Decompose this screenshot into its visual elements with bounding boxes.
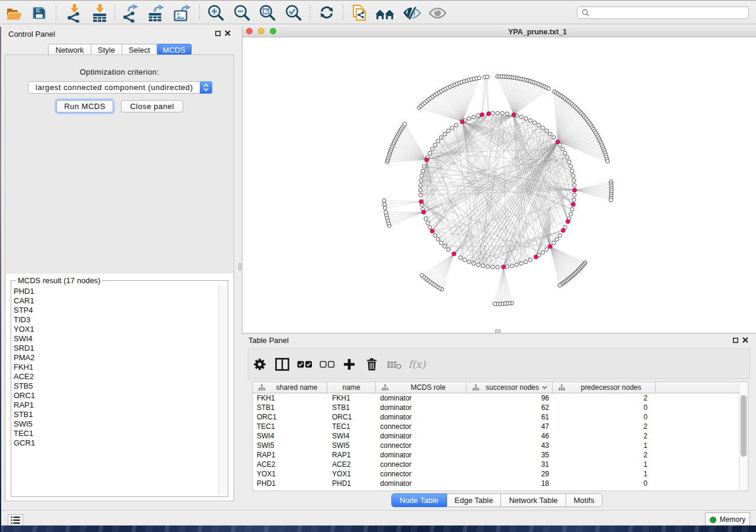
mcds-result-list[interactable]: PHD1CAR1STP4TID3YOX1SWI4SRD1PMA2FKH1ACE2…: [13, 287, 218, 494]
plus-icon: [343, 358, 356, 371]
tab-node-table[interactable]: Node Table: [391, 493, 447, 507]
tab-network-table[interactable]: Network Table: [501, 493, 566, 507]
optimization-criterion-label: Optimization criterion:: [5, 68, 234, 76]
maximize-traffic-light[interactable]: [270, 28, 277, 35]
table-row[interactable]: PHD1PHD1dominator180: [253, 479, 748, 488]
two-houses-icon: [375, 4, 395, 23]
table-row[interactable]: SWI4SWI4dominator462: [253, 431, 748, 441]
zoom-fit-button[interactable]: [257, 2, 278, 23]
hide-details-button[interactable]: [401, 2, 423, 23]
optimization-criterion-dropdown[interactable]: largest connected component (undirected): [28, 81, 212, 94]
tab-style[interactable]: Style: [91, 44, 122, 56]
mcds-result-item[interactable]: SRD1: [13, 344, 218, 353]
zoom-in-button[interactable]: [205, 2, 227, 23]
close-panel-button[interactable]: Close panel: [121, 100, 183, 113]
mcds-result-item[interactable]: TID3: [13, 315, 218, 325]
column-header-predecessor-nodes[interactable]: predecessor nodes: [553, 382, 656, 393]
apply-function-button[interactable]: f(x): [407, 355, 426, 373]
delete-column-button[interactable]: [362, 355, 381, 373]
deselect-all-button[interactable]: [318, 355, 337, 373]
column-header-successor-nodes[interactable]: successor nodes: [467, 382, 553, 393]
table-row[interactable]: STB1STB1dominator620: [253, 403, 748, 412]
open-file-button[interactable]: [3, 2, 24, 23]
tab-motifs[interactable]: Motifs: [566, 493, 603, 507]
network-titlebar[interactable]: YPA_prune.txt_1: [243, 27, 756, 37]
table-scrollbar-thumb[interactable]: [741, 395, 747, 457]
import-network-button[interactable]: [63, 2, 85, 23]
float-icon[interactable]: [733, 338, 738, 343]
control-panel-tabs: NetworkStyleSelectMCDS: [48, 44, 192, 56]
network-canvas[interactable]: [243, 37, 756, 333]
mcds-result-item[interactable]: ACE2: [13, 372, 218, 382]
table-settings-button[interactable]: [250, 355, 269, 373]
table-scrollbar[interactable]: [739, 382, 748, 491]
tab-edge-table[interactable]: Edge Table: [447, 493, 502, 507]
tab-mcds[interactable]: MCDS: [157, 44, 192, 56]
close-traffic-light[interactable]: [246, 28, 253, 35]
minimize-traffic-light[interactable]: [258, 28, 265, 35]
task-history-button[interactable]: [8, 514, 23, 526]
table-row[interactable]: YOX1YOX1connector291: [253, 469, 748, 479]
select-all-button[interactable]: [295, 355, 314, 373]
table-cell: 18: [467, 479, 549, 488]
mcds-result-item[interactable]: FKH1: [13, 363, 218, 372]
vertical-splitter[interactable]: [238, 27, 242, 510]
table-row[interactable]: RAP1RAP1dominator352: [253, 450, 748, 460]
search-input[interactable]: [592, 8, 748, 18]
import-table-button[interactable]: [89, 2, 110, 23]
clone-network-button[interactable]: [349, 2, 370, 23]
export-network-button[interactable]: [120, 2, 141, 23]
mcds-result-item[interactable]: RAP1: [13, 400, 218, 410]
neighbors-button[interactable]: [374, 2, 395, 23]
columns-icon: [275, 358, 289, 371]
column-header-name[interactable]: name: [327, 382, 376, 393]
table-row[interactable]: SWI5SWI5connector431: [253, 441, 748, 450]
zoom-out-button[interactable]: [231, 2, 253, 23]
mcds-result-item[interactable]: STP4: [13, 306, 218, 315]
column-header-shared-name[interactable]: shared name: [253, 382, 327, 393]
mcds-list-scrollbar[interactable]: [218, 286, 226, 494]
clone-network-icon: [350, 4, 369, 23]
mcds-result-item[interactable]: CAR1: [13, 296, 218, 306]
mcds-result-item[interactable]: PMA2: [13, 353, 218, 363]
add-column-button[interactable]: [340, 355, 359, 373]
show-details-button[interactable]: [427, 2, 448, 23]
table-row[interactable]: FKH1FKH1dominator962: [253, 393, 748, 403]
float-icon[interactable]: [215, 31, 221, 36]
save-button[interactable]: [28, 2, 50, 23]
mcds-result-item[interactable]: PHD1: [13, 287, 218, 296]
table-row[interactable]: TEC1TEC1connector472: [253, 422, 748, 431]
mcds-result-item[interactable]: ORC1: [13, 391, 218, 400]
table-row[interactable]: ORC1ORC1dominator610: [253, 412, 748, 422]
show-column-button[interactable]: [273, 355, 292, 373]
mcds-result-item[interactable]: SWI4: [13, 334, 218, 344]
refresh-button[interactable]: [317, 2, 338, 23]
close-icon[interactable]: [225, 30, 231, 36]
zoom-selected-button[interactable]: [283, 2, 304, 23]
fx-icon: f(x): [408, 358, 425, 370]
search-box[interactable]: [577, 7, 749, 19]
close-icon[interactable]: [742, 337, 748, 343]
table-cell: 62: [467, 403, 549, 412]
mcds-result-item[interactable]: TEC1: [13, 429, 218, 438]
mcds-result-item[interactable]: GCR1: [13, 438, 218, 448]
table-cell: dominator: [380, 431, 463, 441]
splitter-handle[interactable]: [238, 263, 241, 271]
tab-network[interactable]: Network: [48, 44, 91, 56]
node-table: shared namenameMCDS rolesuccessor nodesp…: [252, 382, 748, 491]
table-row[interactable]: ACE2ACE2connector311: [253, 460, 748, 469]
network-graph[interactable]: [243, 37, 756, 333]
memory-button[interactable]: Memory: [705, 512, 750, 527]
mcds-result-item[interactable]: STB5: [13, 382, 218, 391]
delete-table-button[interactable]: [385, 355, 404, 373]
export-table-button[interactable]: [145, 2, 167, 23]
tab-select[interactable]: Select: [122, 44, 157, 56]
dropdown-value: largest connected component (undirected): [36, 83, 193, 92]
run-mcds-button[interactable]: Run MCDS: [56, 100, 113, 113]
mcds-result-item[interactable]: STB1: [13, 410, 218, 419]
column-header-MCDS-role[interactable]: MCDS role: [376, 382, 467, 393]
export-image-button[interactable]: [171, 2, 193, 23]
table-cell: STB1: [332, 403, 374, 412]
mcds-result-item[interactable]: SWI5: [13, 419, 218, 429]
mcds-result-item[interactable]: YOX1: [13, 325, 218, 334]
